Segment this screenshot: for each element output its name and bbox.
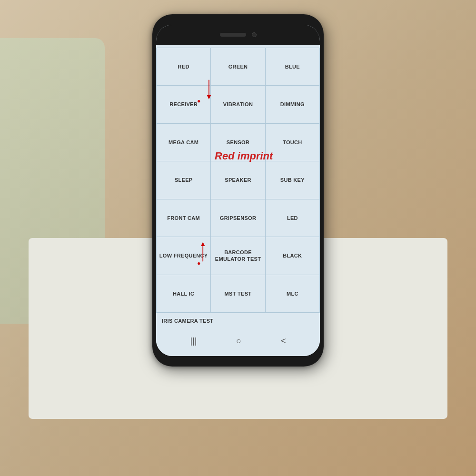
grid-cell-vibration[interactable]: VIBRATION — [211, 86, 265, 123]
grid-cell-red[interactable]: RED — [157, 48, 210, 85]
scene: RED GREEN BLUE RECEIVER — [0, 0, 476, 476]
grid-cell-speaker[interactable]: SPEAKER — [211, 161, 265, 198]
grid-cell-receiver[interactable]: RECEIVER — [157, 86, 210, 123]
nav-back-icon[interactable]: < — [281, 336, 286, 346]
screen-content: RED GREEN BLUE RECEIVER — [156, 45, 320, 356]
grid-cell-blue[interactable]: BLUE — [266, 48, 319, 85]
grid-cell-black[interactable]: BLACK — [266, 237, 319, 274]
grid-cell-hall-ic[interactable]: HALL IC — [157, 275, 210, 312]
phone-screen: RED GREEN BLUE RECEIVER — [156, 25, 320, 356]
grid-cell-gripsensor[interactable]: GRIPSENSOR — [211, 199, 265, 237]
phone-outer: RED GREEN BLUE RECEIVER — [152, 14, 324, 367]
grid-cell-front-cam[interactable]: FRONT CAM — [157, 199, 210, 237]
grid-cell-led[interactable]: LED — [266, 199, 319, 237]
grid-cell-sleep[interactable]: SLEEP — [157, 161, 210, 198]
grid-cell-dimming[interactable]: DIMMING — [266, 86, 319, 123]
nav-menu-icon[interactable]: ||| — [190, 336, 197, 346]
speaker-grille — [220, 33, 246, 37]
grid-cell-mst-test[interactable]: MST TEST — [211, 275, 265, 312]
grid-cell-mega-cam[interactable]: MEGA CAM — [157, 124, 210, 161]
grid-cell-barcode-emulator-test[interactable]: BARCODE EMULATOR TEST — [211, 237, 265, 274]
grid-cell-mlc[interactable]: MLC — [266, 275, 319, 312]
front-camera-dot — [252, 32, 257, 37]
grid-cell-sensor[interactable]: SENSOR — [211, 124, 265, 161]
grid-cell-sub-key[interactable]: SUB KEY — [266, 161, 319, 198]
phone-top-bar — [156, 25, 320, 45]
grid-cell-low-frequency[interactable]: LOW FREQUENCY — [157, 237, 210, 274]
grid-cell-touch[interactable]: TOUCH — [266, 124, 319, 161]
nav-bar: ||| ○ < — [156, 328, 320, 353]
grid-cell-green[interactable]: GREEN — [211, 48, 265, 85]
nav-home-icon[interactable]: ○ — [236, 336, 241, 346]
single-row-iris[interactable]: IRIS CAMERA TEST — [156, 313, 320, 328]
button-grid: RED GREEN BLUE RECEIVER — [156, 48, 320, 313]
